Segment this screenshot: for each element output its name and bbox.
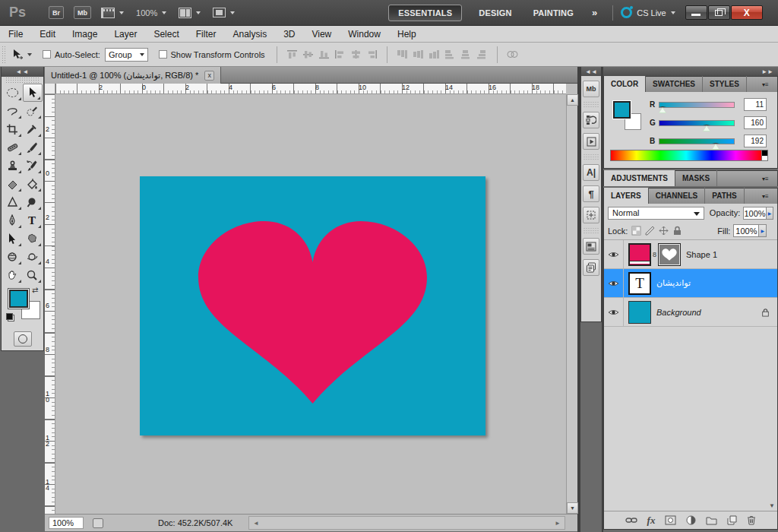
lock-transparency-icon[interactable] (631, 226, 641, 236)
hand-tool[interactable] (3, 266, 23, 284)
visibility-toggle[interactable] (604, 269, 624, 297)
healing-brush-tool[interactable] (3, 138, 23, 157)
align-bottom-edges-icon[interactable] (318, 49, 330, 59)
blue-value-field[interactable]: 192 (744, 135, 767, 147)
lock-position-icon[interactable] (659, 226, 669, 236)
document-tab[interactable]: Untitled-1 @ 100% (توانديشان, RGB/8) * x (45, 67, 221, 84)
blur-tool[interactable] (3, 193, 23, 211)
scroll-up-button[interactable]: ▲ (567, 94, 578, 106)
3d-orbit-tool[interactable] (23, 248, 43, 266)
panels-expand-button[interactable]: ►► (603, 67, 778, 76)
screen-mode-button[interactable] (213, 8, 235, 17)
layer-name[interactable]: توانديشان (656, 278, 691, 288)
dock-notes-button[interactable] (583, 259, 599, 276)
type-tool[interactable]: T (23, 211, 43, 230)
menu-analysis[interactable]: Analysis (224, 29, 275, 40)
options-grip[interactable] (2, 46, 7, 64)
align-horizontal-centers-icon[interactable] (350, 49, 362, 59)
pen-tool[interactable] (3, 211, 23, 230)
distribute-vertical-centers-icon[interactable] (413, 49, 424, 59)
visibility-toggle[interactable] (604, 298, 624, 326)
quick-selection-tool[interactable] (23, 102, 43, 120)
layer-style-fx-button[interactable]: fx (647, 515, 656, 527)
layers-tab-paths[interactable]: PATHS (705, 188, 744, 204)
show-transform-checkbox[interactable] (159, 50, 167, 59)
dock-collapse-button[interactable]: ◄◄ (581, 67, 601, 76)
menu-select[interactable]: Select (145, 29, 187, 40)
layer-name[interactable]: Shape 1 (686, 250, 717, 259)
fill-field[interactable]: 100% (733, 224, 759, 237)
shape-layer-thumbnail[interactable] (628, 243, 651, 266)
layers-tab-layers[interactable]: LAYERS (604, 188, 649, 204)
crop-tool[interactable] (3, 120, 23, 138)
eyedropper-tool[interactable] (23, 120, 43, 138)
menu-image[interactable]: Image (64, 29, 106, 40)
path-selection-tool[interactable] (3, 230, 23, 248)
move-tool[interactable] (23, 84, 43, 102)
fill-spinner[interactable]: ▶ (759, 224, 767, 237)
view-extras-button[interactable] (101, 8, 124, 18)
link-layers-button[interactable] (625, 517, 637, 524)
color-spectrum-bar[interactable] (610, 150, 762, 161)
blue-slider[interactable] (659, 138, 735, 144)
dock-actions-button[interactable] (583, 133, 599, 150)
layer-row-text[interactable]: T توانديشان (604, 269, 777, 298)
dock-clone-source-button[interactable] (583, 207, 599, 223)
distribute-right-edges-icon[interactable] (476, 49, 488, 59)
distribute-bottom-edges-icon[interactable] (429, 49, 440, 59)
vector-mask-thumbnail[interactable] (658, 243, 681, 266)
scroll-down-button[interactable]: ▼ (567, 502, 578, 514)
auto-select-checkbox[interactable] (43, 50, 51, 59)
foreground-color-swatch[interactable] (8, 289, 29, 309)
close-button[interactable]: X (731, 5, 763, 20)
eraser-tool[interactable] (3, 175, 23, 193)
dock-layer-comps-button[interactable] (583, 238, 599, 255)
align-vertical-centers-icon[interactable] (302, 49, 314, 59)
opacity-field[interactable]: 100% (743, 207, 767, 220)
background-layer-thumbnail[interactable] (628, 301, 651, 324)
3d-rotate-tool[interactable] (3, 248, 23, 266)
menu-filter[interactable]: Filter (188, 29, 225, 40)
adjustments-panel-menu[interactable] (762, 176, 774, 182)
new-layer-button[interactable] (727, 515, 737, 525)
scroll-right-icon[interactable]: ► (555, 520, 561, 527)
layer-row-background[interactable]: Background (604, 298, 777, 327)
swap-colors-icon[interactable]: ⇄ (32, 286, 38, 294)
color-tab-swatches[interactable]: SWATCHES (646, 76, 703, 92)
blue-slider-thumb[interactable] (712, 143, 719, 150)
panel-foreground-swatch[interactable] (612, 100, 631, 119)
distribute-left-edges-icon[interactable] (444, 49, 456, 59)
default-colors-icon[interactable] (6, 313, 14, 321)
green-value-field[interactable]: 160 (744, 116, 767, 129)
restore-button[interactable] (708, 5, 730, 20)
lasso-tool[interactable] (3, 102, 23, 120)
color-tab-color[interactable]: COLOR (604, 76, 646, 92)
zoom-tool[interactable] (23, 266, 43, 284)
lock-all-icon[interactable] (672, 226, 682, 236)
workspace-essentials[interactable]: ESSENTIALS (388, 5, 462, 21)
layers-tab-channels[interactable]: CHANNELS (649, 188, 706, 204)
menu-window[interactable]: Window (340, 29, 389, 40)
history-brush-tool[interactable] (23, 157, 43, 175)
brush-tool[interactable] (23, 138, 43, 157)
toolpanel-collapse-button[interactable]: ◄◄ (2, 67, 43, 77)
opacity-spinner[interactable]: ▶ (767, 207, 773, 220)
layer-row-shape1[interactable]: 8 Shape 1 (604, 240, 777, 269)
text-layer-thumbnail[interactable]: T (628, 272, 651, 295)
paint-bucket-tool[interactable] (23, 175, 43, 193)
red-slider[interactable] (659, 102, 735, 108)
add-layer-mask-button[interactable] (665, 515, 676, 525)
red-value-field[interactable]: 11 (744, 98, 767, 111)
launch-bridge-button[interactable]: Br (49, 6, 64, 19)
red-slider-thumb[interactable] (659, 106, 666, 113)
menu-view[interactable]: View (303, 29, 340, 40)
workspace-design[interactable]: DESIGN (479, 8, 511, 17)
distribute-top-edges-icon[interactable] (397, 49, 408, 59)
green-slider[interactable] (659, 120, 735, 126)
layers-panel-menu[interactable] (762, 193, 774, 200)
close-document-icon[interactable]: x (204, 71, 214, 81)
dock-history-button[interactable] (583, 112, 599, 128)
minimize-button[interactable] (685, 5, 707, 20)
adjustment-layer-button[interactable] (686, 515, 696, 525)
cs-live-button[interactable]: CS Live (621, 7, 675, 18)
